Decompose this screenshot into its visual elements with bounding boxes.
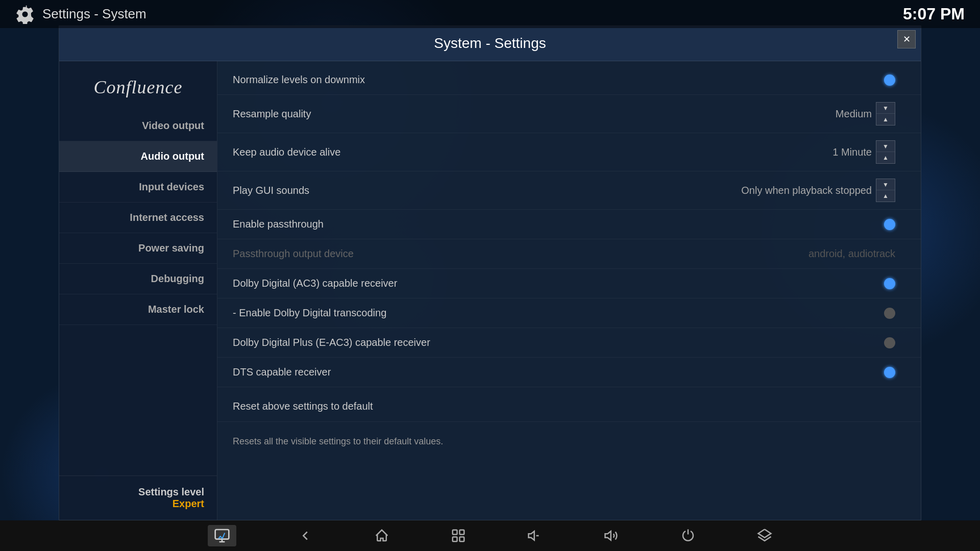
description-text: Resets all the visible settings to their… (233, 436, 443, 446)
setting-label-gui-sounds: Play GUI sounds (233, 185, 309, 196)
bottom-btn-vol-up[interactable] (604, 528, 619, 543)
setting-row-gui-sounds[interactable]: Play GUI soundsOnly when playback stoppe… (217, 171, 921, 210)
spinner-gui-sounds[interactable]: ▼▲ (876, 179, 895, 202)
setting-right-keep-alive: 1 Minute▼▲ (832, 140, 895, 164)
svg-marker-7 (605, 531, 611, 540)
dialog-header: System - Settings ✕ (59, 26, 921, 61)
sidebar-item-power-saving[interactable]: Power saving (59, 233, 217, 264)
setting-value-keep-alive: 1 Minute (832, 146, 872, 158)
setting-right-normalize (884, 74, 895, 86)
logo: Confluence (69, 77, 207, 98)
sidebar: Confluence Video outputAudio outputInput… (59, 61, 217, 520)
spinner-down-keep-alive[interactable]: ▼ (876, 141, 895, 152)
sidebar-item-video-output[interactable]: Video output (59, 111, 217, 141)
setting-value-resample: Medium (836, 108, 872, 120)
logo-area: Confluence (59, 66, 217, 111)
toggle-dolby-eac3[interactable] (884, 337, 895, 348)
bottom-btn-home[interactable] (374, 528, 389, 543)
spinner-up-gui-sounds[interactable]: ▲ (876, 190, 895, 202)
toggle-dolby-transcode[interactable] (884, 308, 895, 319)
setting-row-resample[interactable]: Resample qualityMedium▼▲ (217, 95, 921, 133)
bottom-btn-vol-down[interactable] (527, 528, 543, 543)
toggle-passthrough[interactable] (884, 219, 895, 230)
svg-rect-1 (453, 530, 457, 535)
sidebar-item-internet-access[interactable]: Internet access (59, 203, 217, 233)
reset-row[interactable]: Reset above settings to default (217, 391, 921, 422)
settings-list: Normalize levels on downmixResample qual… (217, 61, 921, 391)
setting-label-dolby-eac3: Dolby Digital Plus (E-AC3) capable recei… (233, 337, 430, 348)
settings-level-label: Settings level (72, 486, 204, 498)
gear-icon (15, 5, 35, 24)
setting-label-dolby-transcode: - Enable Dolby Digital transcoding (233, 307, 386, 319)
setting-row-dts[interactable]: DTS capable receiver (217, 358, 921, 387)
setting-row-normalize[interactable]: Normalize levels on downmix (217, 65, 921, 95)
svg-rect-4 (460, 537, 464, 542)
description-box: Resets all the visible settings to their… (217, 422, 921, 461)
sidebar-items: Video outputAudio outputInput devicesInt… (59, 111, 217, 325)
spinner-up-resample[interactable]: ▲ (876, 114, 895, 125)
bottom-btn-screen[interactable] (208, 525, 236, 546)
settings-level-value: Expert (72, 498, 204, 510)
setting-right-dolby-eac3 (884, 337, 895, 348)
setting-row-dolby-transcode[interactable]: - Enable Dolby Digital transcoding (217, 298, 921, 328)
bottom-btn-recents[interactable] (451, 528, 466, 543)
dialog-title: System - Settings (434, 35, 546, 52)
spinner-up-keep-alive[interactable]: ▲ (876, 152, 895, 163)
toggle-dolby-ac3[interactable] (884, 278, 895, 289)
setting-label-passthrough-device: Passthrough output device (233, 248, 354, 260)
setting-row-passthrough-device[interactable]: Passthrough output deviceandroid, audiot… (217, 239, 921, 269)
settings-dialog: System - Settings ✕ Confluence Video out… (59, 26, 921, 520)
setting-label-resample: Resample quality (233, 108, 311, 120)
sidebar-item-audio-output[interactable]: Audio output (59, 141, 217, 172)
content-area[interactable]: Normalize levels on downmixResample qual… (217, 61, 921, 520)
bottom-bar (0, 520, 980, 551)
setting-row-passthrough[interactable]: Enable passthrough (217, 210, 921, 239)
reset-label[interactable]: Reset above settings to default (233, 400, 373, 412)
sidebar-item-debugging[interactable]: Debugging (59, 264, 217, 294)
setting-right-resample: Medium▼▲ (836, 102, 895, 126)
setting-row-dolby-eac3[interactable]: Dolby Digital Plus (E-AC3) capable recei… (217, 328, 921, 358)
bottom-btn-back[interactable] (298, 528, 313, 543)
setting-value-gui-sounds: Only when playback stopped (741, 185, 872, 196)
setting-right-gui-sounds: Only when playback stopped▼▲ (741, 179, 895, 202)
sidebar-item-master-lock[interactable]: Master lock (59, 294, 217, 325)
setting-label-dts: DTS capable receiver (233, 366, 331, 378)
top-bar-title: Settings - System (42, 6, 146, 22)
setting-label-normalize: Normalize levels on downmix (233, 74, 365, 86)
setting-right-passthrough (884, 219, 895, 230)
spinner-down-resample[interactable]: ▼ (876, 103, 895, 114)
sidebar-item-input-devices[interactable]: Input devices (59, 172, 217, 203)
setting-right-dolby-ac3 (884, 278, 895, 289)
clock: 5:07 PM (903, 5, 965, 23)
close-button[interactable]: ✕ (897, 30, 916, 48)
setting-label-passthrough: Enable passthrough (233, 218, 324, 230)
spinner-resample[interactable]: ▼▲ (876, 102, 895, 126)
setting-right-dts (884, 367, 895, 378)
spinner-down-gui-sounds[interactable]: ▼ (876, 179, 895, 190)
sidebar-bottom: Settings level Expert (59, 475, 217, 520)
top-bar-left: Settings - System (15, 5, 146, 24)
top-bar: Settings - System 5:07 PM (0, 0, 980, 28)
setting-row-keep-alive[interactable]: Keep audio device alive1 Minute▼▲ (217, 133, 921, 171)
bottom-btn-power[interactable] (680, 528, 696, 543)
setting-value-passthrough-device: android, audiotrack (808, 248, 895, 260)
spinner-keep-alive[interactable]: ▼▲ (876, 140, 895, 164)
bottom-btn-layers[interactable] (757, 528, 772, 543)
dialog-body: Confluence Video outputAudio outputInput… (59, 61, 921, 520)
setting-label-keep-alive: Keep audio device alive (233, 146, 340, 158)
svg-rect-3 (453, 537, 457, 542)
svg-rect-2 (460, 530, 464, 535)
setting-right-dolby-transcode (884, 308, 895, 319)
toggle-normalize[interactable] (884, 74, 895, 86)
setting-label-dolby-ac3: Dolby Digital (AC3) capable receiver (233, 278, 397, 289)
svg-marker-5 (529, 531, 534, 540)
toggle-dts[interactable] (884, 367, 895, 378)
setting-right-passthrough-device: android, audiotrack (808, 248, 895, 260)
setting-row-dolby-ac3[interactable]: Dolby Digital (AC3) capable receiver (217, 269, 921, 298)
